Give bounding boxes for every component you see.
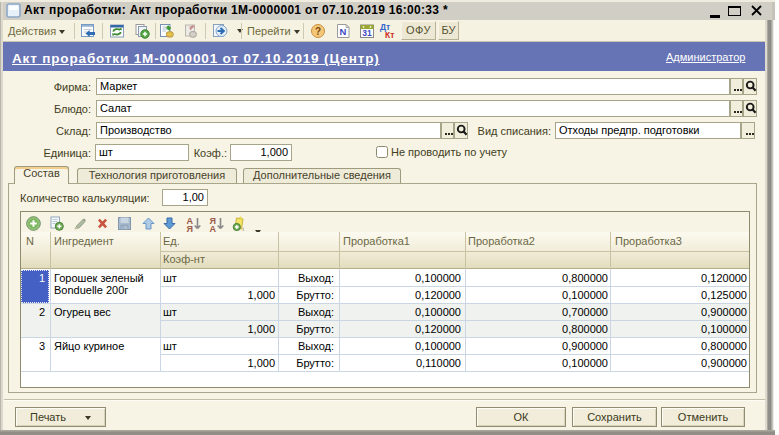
svg-text:N: N [340, 26, 347, 37]
svg-text:t: t [243, 226, 245, 232]
svg-text:31: 31 [362, 28, 372, 38]
svg-text:А: А [210, 224, 217, 232]
svg-text:Я: Я [187, 224, 193, 232]
svg-text:ОК: ОК [122, 225, 128, 230]
svg-text:?: ? [315, 26, 321, 37]
